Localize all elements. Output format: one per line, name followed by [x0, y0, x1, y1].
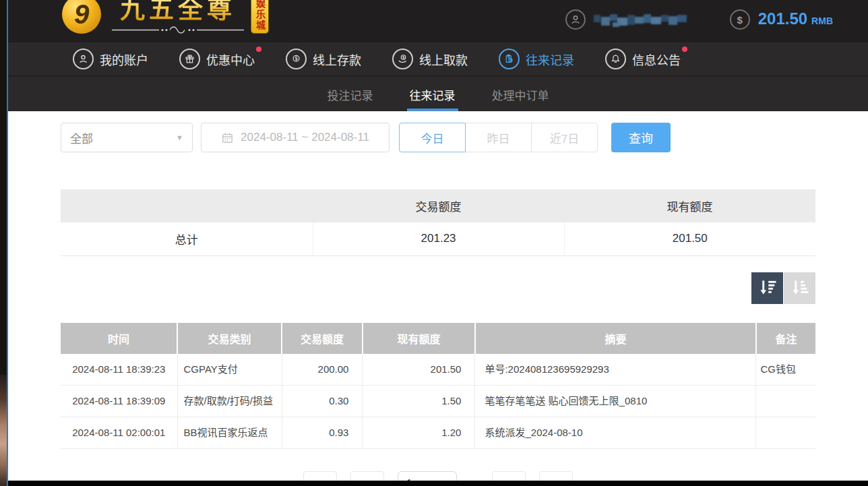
nav-item-my-account[interactable]: 我的账户: [73, 49, 156, 69]
cell-summary: 笔笔存笔笔送 贴心回馈无上限_0810: [475, 386, 756, 417]
site-logo[interactable]: 9 九五全尊 娱乐城: [62, 0, 269, 34]
nav-item-deposit[interactable]: 线上存款: [286, 49, 369, 69]
calendar-icon: [221, 131, 234, 144]
today-button[interactable]: 今日: [399, 123, 466, 152]
col-amount: 交易额度: [282, 323, 363, 354]
person-icon: [73, 49, 94, 69]
records-table: 时间 交易类别 交易额度 现有额度 摘要 备注 2024-08-11 18:39…: [61, 323, 815, 450]
cell-amount: 200.00: [282, 354, 363, 386]
table-row: 2024-08-11 18:39:09 存款/取款/打码/损益 0.30 1.5…: [61, 386, 815, 417]
cell-category: 存款/取款/打码/损益: [177, 386, 282, 417]
search-button[interactable]: 查询: [611, 123, 671, 152]
col-category: 交易类别: [177, 323, 282, 354]
cell-category: BB视讯百家乐返点: [177, 417, 282, 449]
nav-label: 我的账户: [100, 51, 148, 68]
sort-descending-button[interactable]: [751, 272, 783, 304]
notification-dot: [256, 47, 261, 52]
cell-category: CGPAY支付: [177, 354, 282, 386]
nav-label: 优惠中心: [206, 51, 255, 68]
nav-label: 线上存款: [313, 51, 361, 68]
brand-name: 九五全尊: [120, 0, 236, 26]
quick-date-buttons: 今日 昨日 近7日: [399, 123, 598, 152]
nav-label: 信息公告: [632, 51, 681, 68]
table-row: 2024-08-11 02:00:01 BB视讯百家乐返点 0.93 1.20 …: [61, 417, 815, 449]
bottom-bar: [8, 481, 868, 486]
chevron-down-icon: ▼: [176, 133, 183, 142]
summary-total-label: 总计: [61, 222, 313, 255]
cell-amount: 0.30: [282, 386, 363, 417]
date-range-value: 2024-08-11 ~ 2024-08-11: [241, 131, 369, 144]
col-time: 时间: [61, 323, 177, 354]
notification-dot: [682, 47, 687, 52]
type-select[interactable]: 全部 ▼: [61, 123, 193, 152]
content-panel: 全部 ▼ 2024-08-11 ~ 2024-08-11 今日 昨日: [8, 111, 868, 481]
col-note: 备注: [756, 323, 815, 354]
nav-label: 线上取款: [419, 51, 468, 68]
filter-bar: 全部 ▼ 2024-08-11 ~ 2024-08-11 今日 昨日: [61, 123, 815, 152]
cell-balance: 201.50: [363, 354, 475, 386]
records-header-row: 时间 交易类别 交易额度 现有额度 摘要 备注: [61, 323, 815, 354]
yesterday-button[interactable]: 昨日: [465, 123, 532, 152]
nav-item-announcements[interactable]: 信息公告: [605, 49, 689, 69]
sub-nav: 投注记录 往来记录 处理中订单: [8, 75, 868, 111]
nav-label: 往来记录: [526, 51, 574, 68]
summary-header-balance: 现有额度: [564, 189, 815, 222]
summary-header-row: 交易额度 现有额度: [61, 189, 815, 222]
cell-summary: 单号:202408123695929293: [475, 354, 756, 386]
cell-time: 2024-08-11 18:39:09: [61, 386, 177, 417]
bell-icon: [605, 49, 626, 69]
balance-amount: 201.50: [758, 9, 807, 28]
tab-pending-orders[interactable]: 处理中订单: [489, 76, 552, 111]
summary-total-row: 总计 201.23 201.50: [61, 222, 815, 255]
top-header: 9 九五全尊 娱乐城: [8, 0, 868, 42]
summary-total-transaction: 201.23: [313, 222, 564, 255]
background-strip: [0, 0, 7, 486]
tab-betting-records[interactable]: 投注记录: [325, 76, 376, 111]
summary-header-transaction: 交易额度: [313, 189, 564, 222]
dollar-icon: $: [730, 9, 750, 30]
sort-ascending-icon: [790, 278, 810, 298]
cell-amount: 0.93: [282, 417, 363, 449]
user-icon: [565, 9, 586, 30]
col-summary: 摘要: [475, 323, 756, 354]
table-row: 2024-08-11 18:39:23 CGPAY支付 200.00 201.5…: [61, 354, 815, 386]
col-balance: 现有额度: [363, 323, 475, 354]
nav-item-promotions[interactable]: 优惠中心: [179, 49, 263, 69]
cell-note: [756, 417, 815, 449]
cell-summary: 系统派发_2024-08-10: [475, 417, 756, 449]
balance-currency: RMB: [811, 16, 833, 26]
last7days-button[interactable]: 近7日: [531, 123, 598, 152]
deposit-coin-icon: [286, 49, 307, 69]
cell-time: 2024-08-11 18:39:23: [61, 354, 177, 386]
records-clipboard-icon: [499, 49, 520, 69]
cell-note: CG钱包: [756, 354, 815, 386]
summary-table: 交易额度 现有额度 总计 201.23 201.50: [61, 189, 815, 256]
sort-toolbar: [61, 272, 815, 304]
summary-total-balance: 201.50: [564, 222, 815, 255]
balance: $ 201.50 RMB: [730, 9, 833, 30]
logo-flourish-icon: [111, 26, 245, 34]
logo-coin-icon: 9: [62, 0, 101, 34]
main-nav: 我的账户 优惠中心: [8, 42, 868, 75]
cell-balance: 1.50: [363, 386, 475, 417]
gift-icon: [179, 49, 200, 69]
type-select-value: 全部: [70, 129, 93, 146]
date-range-picker[interactable]: 2024-08-11 ~ 2024-08-11: [201, 123, 390, 152]
summary-header-empty: [61, 189, 313, 222]
background-photo: [0, 375, 7, 486]
cell-balance: 1.20: [363, 417, 475, 449]
cell-time: 2024-08-11 02:00:01: [61, 417, 177, 449]
page: 9 九五全尊 娱乐城: [0, 0, 868, 486]
username-redacted[interactable]: [592, 11, 699, 28]
nav-item-transactions[interactable]: 往来记录: [499, 49, 582, 69]
logo-badge: 娱乐城: [251, 0, 269, 34]
withdraw-coin-icon: [392, 49, 413, 69]
nav-item-withdraw[interactable]: 线上取款: [392, 49, 476, 69]
sort-descending-icon: [757, 278, 778, 298]
sort-ascending-button[interactable]: [784, 272, 815, 304]
cell-note: [756, 386, 815, 417]
tab-transaction-records[interactable]: 往来记录: [407, 76, 458, 111]
